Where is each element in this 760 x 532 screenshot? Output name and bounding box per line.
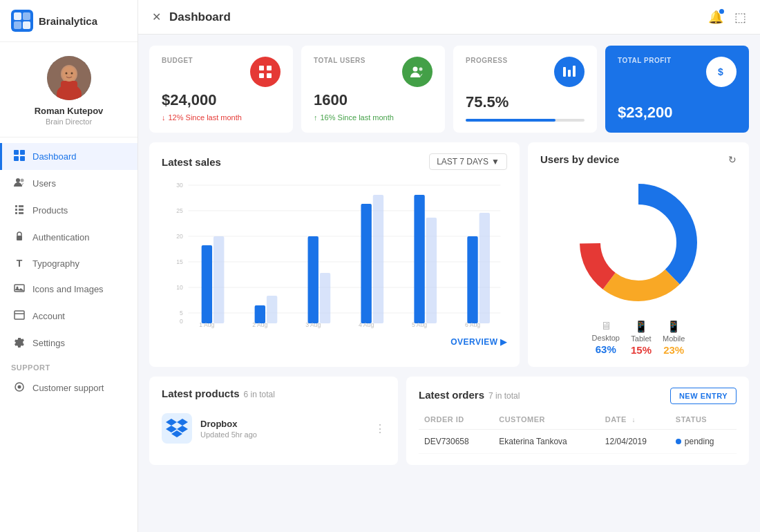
mobile-icon: 📱 bbox=[667, 320, 681, 333]
sidebar-item-typography[interactable]: T Typography bbox=[0, 251, 137, 276]
exit-icon[interactable]: ⬚ bbox=[734, 10, 746, 25]
user-profile: Roman Kutepov Brain Director bbox=[0, 42, 137, 137]
stat-users-icon bbox=[402, 57, 433, 87]
bar-chart-svg: 30 25 20 15 10 5 0 bbox=[162, 178, 507, 330]
products-title: Latest products bbox=[162, 388, 240, 399]
bar-chart-area: 30 25 20 15 10 5 0 bbox=[162, 178, 507, 330]
notification-icon[interactable]: 🔔 bbox=[708, 10, 723, 25]
svg-rect-57 bbox=[426, 218, 437, 323]
svg-rect-12 bbox=[14, 150, 19, 155]
page-title: Dashboard bbox=[169, 10, 708, 24]
sidebar-item-label: Users bbox=[32, 178, 56, 189]
filter-dropdown[interactable]: LAST 7 DAYS ▼ bbox=[429, 153, 507, 170]
users-by-device-card: Users by device ↻ bbox=[528, 142, 749, 367]
sidebar-item-support[interactable]: Customer support bbox=[0, 374, 137, 401]
brand-logo-icon bbox=[11, 10, 33, 32]
stat-card-profit: TOTAL PROFIT $ $23,200 bbox=[605, 46, 749, 133]
svg-rect-56 bbox=[414, 195, 424, 323]
svg-text:30: 30 bbox=[176, 182, 183, 189]
stat-progress-label: PROGRESS bbox=[466, 57, 508, 64]
progress-bar-fill bbox=[466, 119, 555, 122]
tablet-label: Tablet bbox=[631, 334, 651, 343]
svg-text:$: $ bbox=[718, 66, 723, 77]
stat-card-budget: BUDGET $24,000 ↓ 12% Since last month bbox=[149, 46, 293, 133]
products-count: 6 in total bbox=[244, 390, 275, 399]
svg-text:1 Aug: 1 Aug bbox=[199, 321, 214, 328]
legend-tablet: 📱 Tablet 15% bbox=[631, 320, 652, 356]
table-row: DEV730658 Ekaterina Tankova 12/04/2019 p… bbox=[419, 430, 737, 454]
products-section-header: Latest products 6 in total bbox=[162, 388, 386, 399]
latest-sales-card: Latest sales LAST 7 DAYS ▼ bbox=[149, 142, 520, 367]
stat-users-label: TOTAL USERS bbox=[314, 57, 365, 64]
mobile-label: Mobile bbox=[663, 334, 685, 343]
svg-point-17 bbox=[21, 179, 24, 182]
sidebar-header: Brainalytica bbox=[0, 0, 137, 42]
mobile-value: 23% bbox=[663, 344, 684, 356]
svg-rect-32 bbox=[568, 70, 571, 77]
svg-text:15: 15 bbox=[176, 258, 183, 265]
close-button[interactable]: ✕ bbox=[152, 10, 161, 23]
new-entry-button[interactable]: NEW ENTRY bbox=[670, 388, 737, 404]
user-role: Brain Director bbox=[46, 117, 92, 126]
sidebar-item-authentication[interactable]: Authentication bbox=[0, 224, 137, 251]
sidebar-item-products[interactable]: Products bbox=[0, 197, 137, 224]
svg-rect-21 bbox=[15, 311, 24, 319]
svg-point-69 bbox=[604, 208, 673, 277]
typography-icon: T bbox=[13, 258, 26, 269]
arrow-up-icon: ↑ bbox=[314, 113, 318, 122]
refresh-button[interactable]: ↻ bbox=[728, 154, 737, 165]
sidebar-item-label: Account bbox=[32, 311, 65, 321]
svg-rect-51 bbox=[267, 296, 277, 323]
overview-link[interactable]: OVERVIEW ▶ bbox=[162, 337, 507, 347]
svg-rect-1 bbox=[14, 12, 21, 20]
lock-icon bbox=[13, 231, 26, 244]
topbar-icons: 🔔 ⬚ bbox=[708, 10, 746, 25]
orders-title: Latest orders bbox=[419, 389, 484, 401]
stat-progress-icon bbox=[554, 57, 585, 87]
sort-icon: ↓ bbox=[632, 416, 636, 424]
svg-rect-8 bbox=[61, 81, 77, 93]
stat-budget-footer-text: 12% Since last month bbox=[169, 113, 242, 122]
desktop-value: 63% bbox=[596, 343, 616, 355]
svg-rect-3 bbox=[14, 21, 21, 29]
sidebar-item-users[interactable]: Users bbox=[0, 170, 137, 197]
sidebar-item-account[interactable]: Account bbox=[0, 303, 137, 330]
svg-text:0: 0 bbox=[180, 318, 183, 325]
device-chart-title: Users by device bbox=[540, 153, 619, 165]
svg-rect-55 bbox=[373, 195, 383, 323]
support-section-label: Support bbox=[0, 357, 137, 374]
sidebar: Brainalytica Roman Kutepov Brain Directo… bbox=[0, 0, 138, 532]
svg-rect-18 bbox=[17, 236, 22, 240]
col-order-id: Order ID bbox=[419, 412, 493, 430]
order-id-cell: DEV730658 bbox=[419, 430, 493, 454]
svg-rect-31 bbox=[563, 67, 566, 77]
orders-count: 7 in total bbox=[488, 391, 520, 401]
latest-orders-card: Latest orders 7 in total NEW ENTRY Order… bbox=[406, 377, 749, 465]
avatar bbox=[47, 56, 91, 100]
stat-users-value: 1600 bbox=[314, 91, 433, 109]
dashboard-icon bbox=[13, 150, 26, 163]
filter-label: LAST 7 DAYS bbox=[437, 157, 488, 167]
svg-rect-52 bbox=[308, 236, 319, 323]
customer-cell: Ekaterina Tankova bbox=[493, 430, 600, 454]
sidebar-item-icons[interactable]: Icons and Images bbox=[0, 276, 137, 303]
date-cell: 12/04/2019 bbox=[600, 430, 670, 454]
product-info: Dropbox Updated 5hr ago bbox=[200, 419, 366, 439]
product-more-button[interactable]: ⋮ bbox=[374, 422, 386, 435]
sidebar-item-label: Products bbox=[32, 205, 68, 216]
product-logo-dropbox bbox=[162, 413, 192, 444]
brand-name: Brainalytica bbox=[39, 15, 97, 27]
legend-desktop: 🖥 Desktop 63% bbox=[592, 320, 620, 356]
sidebar-item-settings[interactable]: Settings bbox=[0, 330, 137, 357]
svg-rect-15 bbox=[20, 156, 25, 161]
svg-rect-28 bbox=[267, 73, 272, 78]
svg-text:5 Aug: 5 Aug bbox=[412, 321, 427, 328]
dashboard-content: BUDGET $24,000 ↓ 12% Since last month bbox=[138, 35, 760, 532]
stat-profit-label: TOTAL PROFIT bbox=[618, 57, 672, 64]
sidebar-item-dashboard[interactable]: Dashboard bbox=[0, 143, 137, 170]
svg-rect-13 bbox=[20, 150, 25, 155]
svg-rect-2 bbox=[23, 12, 30, 20]
col-date[interactable]: Date ↓ bbox=[600, 412, 670, 430]
chevron-down-icon: ▼ bbox=[491, 157, 500, 167]
sidebar-item-label: Dashboard bbox=[32, 151, 77, 162]
